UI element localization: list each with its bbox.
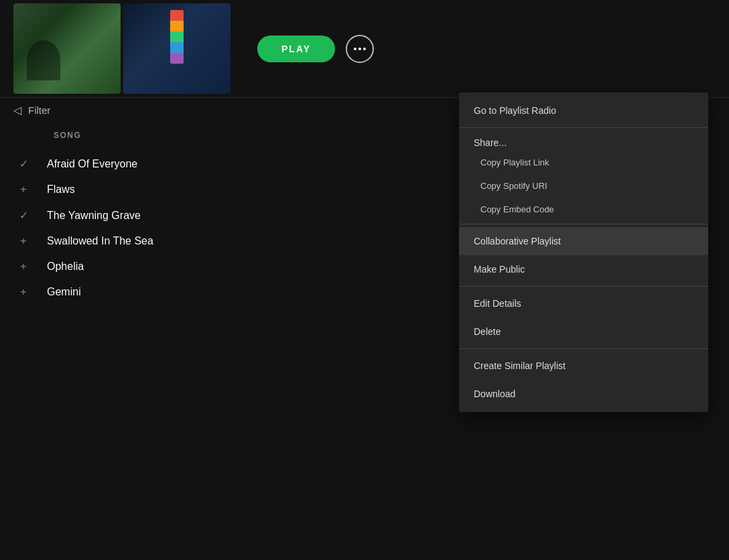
song-name-5: Ophelia xyxy=(47,261,84,273)
menu-item-share-header[interactable]: Share... xyxy=(459,131,708,151)
plus-icon-6: + xyxy=(13,286,34,298)
filter-label: Filter xyxy=(28,104,50,116)
song-name-3: The Yawning Grave xyxy=(47,210,141,222)
menu-item-delete[interactable]: Delete xyxy=(459,318,708,346)
plus-icon-5: + xyxy=(13,261,34,273)
menu-item-go-to-playlist-radio[interactable]: Go to Playlist Radio xyxy=(459,96,708,125)
menu-item-create-similar-playlist[interactable]: Create Similar Playlist xyxy=(459,352,708,380)
checkmark-icon-1: ✓ xyxy=(13,157,34,170)
song-name-2: Flaws xyxy=(47,184,75,196)
album-art-left xyxy=(13,3,121,94)
menu-item-make-public[interactable]: Make Public xyxy=(459,255,708,283)
play-button[interactable]: PLAY xyxy=(257,36,335,62)
menu-item-copy-embed-code[interactable]: Copy Embed Code xyxy=(459,198,708,221)
controls-area: PLAY xyxy=(257,35,374,63)
filter-icon: ◁ xyxy=(13,104,21,117)
menu-item-download[interactable]: Download xyxy=(459,380,708,408)
menu-item-edit-details[interactable]: Edit Details xyxy=(459,289,708,318)
ellipsis-icon xyxy=(354,48,366,50)
menu-divider-4 xyxy=(459,348,708,349)
context-menu: Go to Playlist Radio Share... Copy Playl… xyxy=(459,92,708,412)
menu-item-copy-spotify-uri[interactable]: Copy Spotify URI xyxy=(459,174,708,198)
menu-divider-2 xyxy=(459,224,708,224)
song-name-4: Swallowed In The Sea xyxy=(47,235,153,247)
album-art-right xyxy=(123,3,230,94)
more-options-button[interactable] xyxy=(346,35,374,63)
checkmark-icon-3: ✓ xyxy=(13,209,34,222)
song-name-6: Gemini xyxy=(47,286,81,298)
filter-bar: ◁ Filter xyxy=(13,104,50,117)
menu-divider-3 xyxy=(459,286,708,287)
plus-icon-2: + xyxy=(13,184,34,196)
plus-icon-4: + xyxy=(13,235,34,247)
menu-item-copy-playlist-link[interactable]: Copy Playlist Link xyxy=(459,151,708,174)
menu-item-collaborative-playlist[interactable]: Collaborative Playlist xyxy=(459,227,708,255)
song-name-1: Afraid Of Everyone xyxy=(47,158,137,170)
menu-divider-1 xyxy=(459,127,708,128)
top-area: PLAY xyxy=(0,0,729,97)
